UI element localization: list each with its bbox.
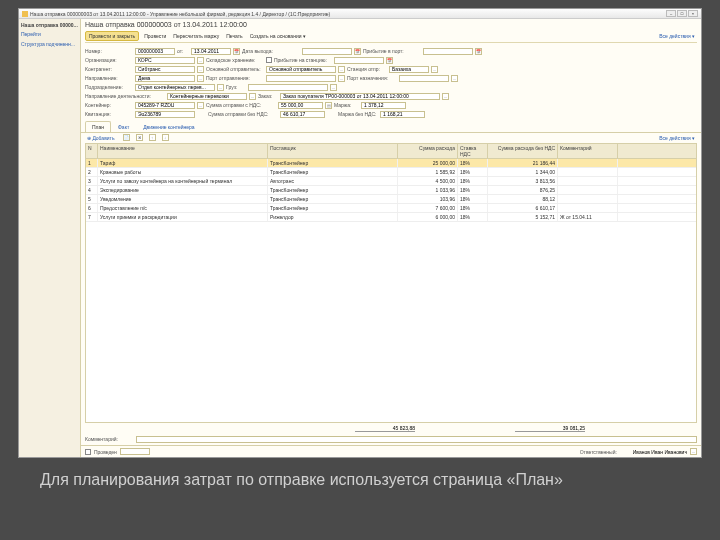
margin-novat-input: 1 168,21 bbox=[380, 111, 425, 118]
create-based-button[interactable]: Создать на основании ▾ bbox=[248, 32, 308, 40]
lookup-icon[interactable]: … bbox=[249, 93, 256, 100]
sidebar-current: Наша отправка 00000... bbox=[21, 22, 78, 28]
direction-label: Направление: bbox=[85, 75, 133, 81]
calc-icon[interactable]: ▤ bbox=[325, 102, 332, 109]
activity-label: Направление деятельности: bbox=[85, 93, 165, 99]
contragent-input[interactable]: Сибтранс bbox=[135, 66, 195, 73]
storage-checkbox[interactable] bbox=[266, 57, 272, 63]
move-down-icon[interactable]: ↓ bbox=[162, 134, 169, 141]
lookup-icon[interactable]: … bbox=[690, 448, 697, 455]
table-row[interactable]: 6Предоставление п/сТрансКонтейнер7 600,0… bbox=[86, 204, 696, 213]
margin-input: 1 378,12 bbox=[361, 102, 406, 109]
print-button[interactable]: Печать bbox=[224, 32, 244, 40]
col-comment[interactable]: Комментарий bbox=[558, 144, 618, 158]
tab-fact[interactable]: Факт bbox=[111, 121, 136, 132]
doc-toolbar: Провести и закрыть Провести Пересчитать … bbox=[85, 30, 697, 43]
table-row[interactable]: 4ЭкспедированиеТрансКонтейнер1 033,9618%… bbox=[86, 186, 696, 195]
all-actions-button[interactable]: Все действия ▾ bbox=[657, 32, 697, 40]
add-row-button[interactable]: ⊕ Добавить bbox=[85, 134, 117, 142]
lookup-icon[interactable]: … bbox=[330, 84, 337, 91]
date-input[interactable]: 13.04.2011 bbox=[191, 48, 231, 55]
lookup-icon[interactable]: … bbox=[451, 75, 458, 82]
col-sum[interactable]: Сумма расхода bbox=[398, 144, 458, 158]
maximize-button[interactable]: □ bbox=[677, 10, 687, 17]
port-arrival-input[interactable] bbox=[423, 48, 473, 55]
col-supplier[interactable]: Поставщик bbox=[268, 144, 398, 158]
lookup-icon[interactable]: … bbox=[197, 102, 204, 109]
cargo-input[interactable] bbox=[248, 84, 328, 91]
from-label: от: bbox=[177, 48, 189, 54]
margin-novat-label: Маржа без НДС: bbox=[338, 111, 378, 117]
close-button[interactable]: × bbox=[688, 10, 698, 17]
order-input[interactable]: Заказ покупателя ТР00-000003 от 13.04.20… bbox=[280, 93, 440, 100]
calendar-icon[interactable]: 📅 bbox=[475, 48, 482, 55]
minimize-button[interactable]: – bbox=[666, 10, 676, 17]
sidebar-link-structure[interactable]: Структура подчиненн... bbox=[21, 41, 78, 47]
main-sender-input[interactable]: Основной отправитель bbox=[266, 66, 336, 73]
number-input[interactable]: 000000003 bbox=[135, 48, 175, 55]
grid-all-actions[interactable]: Все действия ▾ bbox=[657, 134, 697, 142]
quota-label: Квитанция: bbox=[85, 111, 133, 117]
save-and-close-button[interactable]: Провести и закрыть bbox=[85, 31, 139, 41]
posted-label: Проведен bbox=[94, 449, 117, 455]
comment-input[interactable] bbox=[136, 436, 697, 443]
tabs: План Факт Движение контейнера bbox=[81, 121, 701, 133]
lookup-icon[interactable]: … bbox=[431, 66, 438, 73]
subdivision-input[interactable]: Отдел контейнерных перев... bbox=[135, 84, 215, 91]
delete-icon[interactable]: ✖ bbox=[136, 134, 143, 141]
totals-row: 45 823,88 39 081,25 bbox=[81, 423, 701, 434]
col-sum-novat[interactable]: Сумма расхода без НДС bbox=[488, 144, 558, 158]
move-up-icon[interactable]: ↑ bbox=[149, 134, 156, 141]
station-dep-input[interactable]: Базаиха bbox=[389, 66, 429, 73]
table-row[interactable]: 2Крановые работыТрансКонтейнер1 585,9218… bbox=[86, 168, 696, 177]
copy-icon[interactable]: 📄 bbox=[123, 134, 130, 141]
total-sum-novat: 39 081,25 bbox=[515, 425, 585, 432]
tab-container-move[interactable]: Движение контейнера bbox=[136, 121, 201, 132]
window-title: Наша отправка 000000003 от 13.04.2011 12… bbox=[30, 11, 666, 17]
recalc-button[interactable]: Пересчитать маржу bbox=[171, 32, 221, 40]
direction-input[interactable]: Дема bbox=[135, 75, 195, 82]
post-button[interactable]: Провести bbox=[142, 32, 168, 40]
calendar-icon[interactable]: 📅 bbox=[386, 57, 393, 64]
port-dep-input[interactable] bbox=[266, 75, 336, 82]
subdivision-label: Подразделение: bbox=[85, 84, 133, 90]
titlebar: Наша отправка 000000003 от 13.04.2011 12… bbox=[19, 9, 701, 19]
org-input[interactable]: КОРС bbox=[135, 57, 195, 64]
lookup-icon[interactable]: … bbox=[217, 84, 224, 91]
quota-input[interactable]: Эо236789 bbox=[135, 111, 195, 118]
date-arrival-label: Дата выхода: bbox=[242, 48, 300, 54]
col-vat[interactable]: Ставка НДС bbox=[458, 144, 488, 158]
doc-title: Наша отправка 000000003 от 13.04.2011 12… bbox=[85, 21, 697, 28]
table-row[interactable]: 7Услуги приемки и раскредитацииРижелдор6… bbox=[86, 213, 696, 222]
sidebar-link-goto[interactable]: Перейти bbox=[21, 31, 78, 37]
posted-checkbox[interactable] bbox=[85, 449, 91, 455]
tab-plan[interactable]: План bbox=[85, 121, 111, 132]
org-label: Организация: bbox=[85, 57, 133, 63]
activity-input[interactable]: Контейнерные перевозки bbox=[167, 93, 247, 100]
table-row[interactable]: 3Услуги по завозу контейнера на контейне… bbox=[86, 177, 696, 186]
date-arrival-input[interactable] bbox=[302, 48, 352, 55]
lookup-icon[interactable]: … bbox=[442, 93, 449, 100]
port-arrival-label: Прибытие в порт: bbox=[363, 48, 421, 54]
posted-input[interactable] bbox=[120, 448, 150, 455]
station-arrival-input[interactable] bbox=[334, 57, 384, 64]
table-row[interactable]: 1ТарифТрансКонтейнер25 000,0018%21 186,4… bbox=[86, 159, 696, 168]
footer: Проведен Ответственный: Иванов Иван Иван… bbox=[81, 445, 701, 457]
responsible-value: Иванов Иван Иванович bbox=[633, 449, 687, 455]
table-row[interactable]: 5УведомлениеТрансКонтейнер103,9618%88,12 bbox=[86, 195, 696, 204]
lookup-icon[interactable]: … bbox=[338, 66, 345, 73]
lookup-icon[interactable]: … bbox=[197, 57, 204, 64]
sum-vat-input[interactable]: 55 000,00 bbox=[278, 102, 323, 109]
lookup-icon[interactable]: … bbox=[197, 75, 204, 82]
col-name[interactable]: Наименование bbox=[98, 144, 268, 158]
lookup-icon[interactable]: … bbox=[197, 66, 204, 73]
main-area: Наша отправка 000000003 от 13.04.2011 12… bbox=[81, 19, 701, 457]
storage-label: Складское хранение: bbox=[206, 57, 264, 63]
col-n[interactable]: N bbox=[86, 144, 98, 158]
port-dest-input[interactable] bbox=[399, 75, 449, 82]
calendar-icon[interactable]: 📅 bbox=[233, 48, 240, 55]
calendar-icon[interactable]: 📅 bbox=[354, 48, 361, 55]
lookup-icon[interactable]: … bbox=[338, 75, 345, 82]
container-input[interactable]: 045289-7 RZDU bbox=[135, 102, 195, 109]
port-dep-label: Порт отправления: bbox=[206, 75, 264, 81]
